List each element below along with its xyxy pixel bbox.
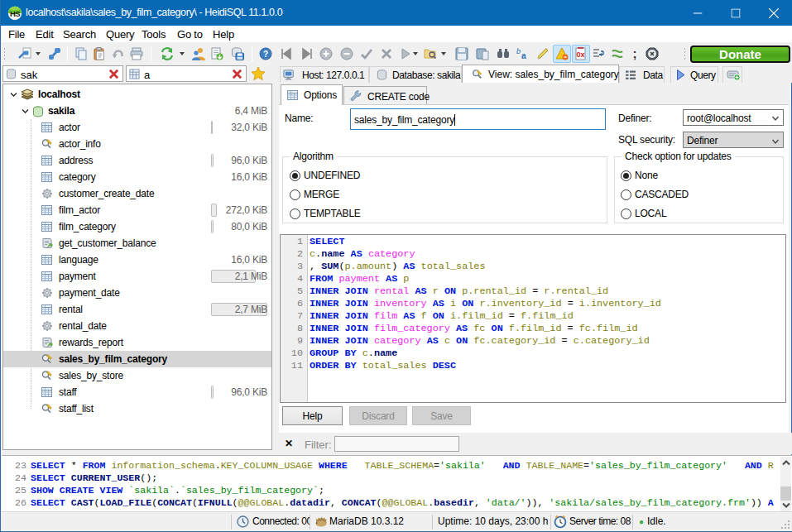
svg-text:a: a — [521, 51, 526, 60]
svg-text:HS: HS — [10, 9, 20, 18]
svg-text:;: ; — [633, 47, 637, 60]
svg-text:0x: 0x — [576, 50, 584, 59]
svg-text:b: b — [516, 47, 521, 55]
svg-text:?: ? — [263, 50, 268, 59]
